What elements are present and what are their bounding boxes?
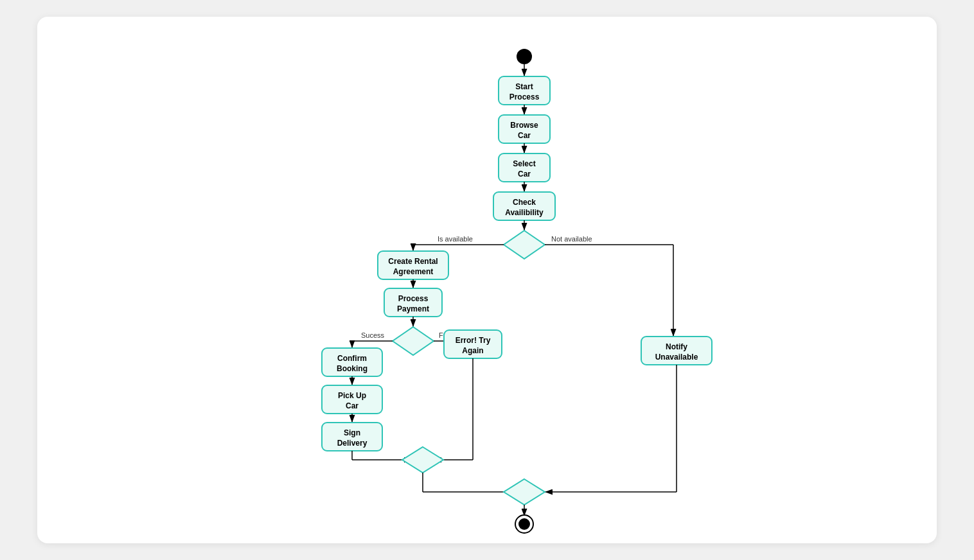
end-dot-inner [518, 518, 530, 530]
confirm-booking-label: Confirm [337, 354, 367, 363]
start-process-label: Start [515, 82, 533, 91]
start-process-label2: Process [509, 92, 540, 101]
process-payment-label2: Payment [397, 304, 429, 313]
select-car-label: Select [513, 159, 535, 168]
browse-car-label2: Car [518, 131, 531, 140]
check-availability-label2: Availibility [505, 208, 544, 217]
process-payment-label: Process [398, 294, 429, 303]
success-label: Sucess [361, 331, 385, 339]
availability-diamond [504, 231, 545, 259]
error-try-again-label: Error! Try [456, 336, 491, 345]
create-rental-label: Create Rental [388, 257, 438, 266]
notify-unavailable-label2: Unavailable [655, 353, 698, 362]
end-diamond [504, 479, 545, 505]
pick-up-car-label2: Car [346, 401, 359, 410]
flowchart-svg: Start Process Browse Car Select Car Chec… [37, 17, 937, 543]
error-try-again-label2: Again [462, 346, 483, 355]
pick-up-car-label: Pick Up [338, 391, 366, 400]
create-rental-label2: Agreement [393, 267, 434, 276]
payment-diamond [393, 327, 434, 355]
sign-delivery-label2: Delivery [337, 439, 367, 448]
notify-unavailable-label: Notify [666, 342, 687, 351]
not-available-label: Not available [551, 235, 592, 243]
sign-delivery-label: Sign [344, 428, 360, 437]
confirm-booking-label2: Booking [337, 364, 367, 373]
select-car-label2: Car [518, 170, 531, 179]
browse-car-label: Browse [510, 121, 538, 130]
diagram-canvas: Start Process Browse Car Select Car Chec… [37, 17, 937, 543]
check-availability-label: Check [513, 198, 536, 207]
merge-diamond [402, 447, 443, 473]
start-dot [517, 49, 532, 64]
is-available-label: Is available [438, 235, 473, 243]
